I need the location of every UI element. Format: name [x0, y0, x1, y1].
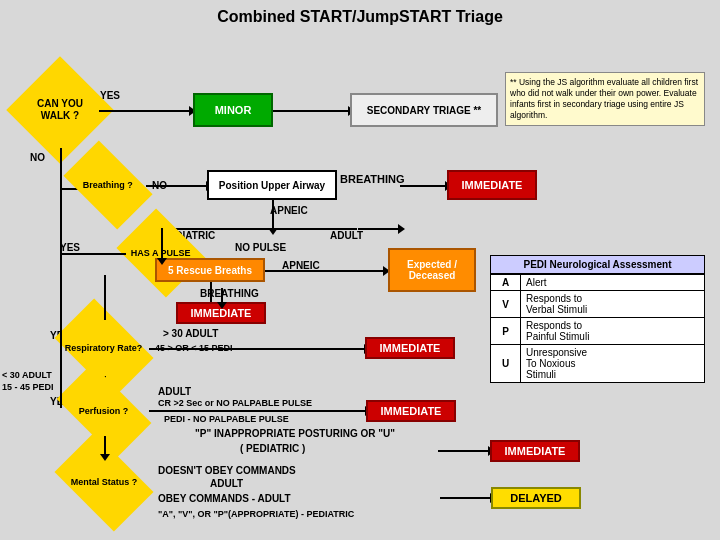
- secondary-triage-box: SECONDARY TRIAGE **: [350, 93, 498, 127]
- posturing-to-immediate5: [438, 450, 488, 452]
- resprate-to-immediate3: [149, 348, 364, 350]
- rescue-breaths-box: 5 Rescue Breaths: [155, 258, 265, 282]
- main-left-flow: [60, 148, 62, 408]
- pedi-neuro-data: A Alert V Responds toVerbal Stimuli P Re…: [490, 274, 705, 383]
- pedi-no-pulse-label: PEDI - NO PALPABLE PULSE: [164, 414, 289, 424]
- pediatric-left-line: [162, 228, 274, 230]
- no1-label: NO: [30, 152, 45, 163]
- has-pulse-yes-h: [60, 253, 126, 255]
- doesnt-obey-label: DOESN'T OBEY COMMANDS: [158, 465, 296, 476]
- pediatric2-label: ( PEDIATRIC ): [240, 443, 305, 454]
- breathing-diamond: Breathing ?: [63, 140, 152, 229]
- breathing-to-immediate: [400, 185, 445, 187]
- pulse-yes-to-rescue: [161, 228, 163, 258]
- can-you-walk-label: CAN YOU WALK ?: [22, 98, 98, 122]
- adult-right-line: [272, 228, 357, 230]
- minor-box: MINOR: [193, 93, 273, 127]
- yes2-label: YES: [60, 242, 80, 253]
- adult2-label: ADULT: [210, 478, 243, 489]
- to-immediate2: [221, 288, 223, 302]
- gt30-adult-label: > 30 ADULT: [163, 328, 218, 339]
- position-upper-airway-box: Position Upper Airway: [207, 170, 337, 200]
- perfusion-to-immediate4: [149, 410, 365, 412]
- walk-to-minor-arrow: [99, 110, 189, 112]
- expected-deceased-box: Expected / Deceased: [388, 248, 476, 292]
- breathing-text: BREATHING: [340, 173, 405, 185]
- apneic-arrow-down: [272, 200, 274, 228]
- adult-to-expected: [358, 228, 398, 230]
- immediate2-to-resprate: [104, 275, 106, 320]
- resp-rate-label: Respiratory Rate?: [65, 343, 143, 354]
- delayed-box: DELAYED: [491, 487, 581, 509]
- adult-label: ADULT: [330, 230, 363, 241]
- page-title: Combined START/JumpSTART Triage: [0, 0, 720, 30]
- rescue-apneic-arrow: [265, 270, 383, 272]
- obey-to-delayed: [440, 497, 490, 499]
- immediate4-box: IMMEDIATE: [366, 400, 456, 422]
- lt30-adult-label: < 30 ADULT: [2, 370, 52, 380]
- pedi-neuro-table: PEDI Neurological Assessment A Alert V R…: [490, 255, 705, 383]
- adult-cr-label: ADULT: [158, 386, 191, 397]
- breathing2-label: BREATHING: [200, 288, 259, 299]
- breathing-label: Breathing ?: [83, 180, 133, 191]
- posturing-label: "P" INAPPROPRIATE POSTURING OR "U": [155, 428, 435, 439]
- resp-to-perf-v: [60, 376, 62, 386]
- immediate3-box: IMMEDIATE: [365, 337, 455, 359]
- avpu-label: "A", "V", OR "P"(APPROPRIATE) - PEDIATRI…: [158, 509, 354, 519]
- immediate1-box: IMMEDIATE: [447, 170, 537, 200]
- yes1-label: YES: [100, 90, 120, 101]
- minor-to-secondary-arrow: [273, 110, 348, 112]
- no-pulse-label: NO PULSE: [235, 242, 286, 253]
- cr-label: CR >2 Sec or NO PALPABLE PULSE: [158, 398, 312, 408]
- apneic-label: APNEIC: [270, 205, 308, 216]
- immediate5-box: IMMEDIATE: [490, 440, 580, 462]
- perfusion-label: Perfusion ?: [79, 406, 129, 417]
- note-box: ** Using the JS algorithm evaluate all c…: [505, 72, 705, 126]
- mental-status-label: Mental Status ?: [71, 477, 138, 488]
- obey-label: OBEY COMMANDS - ADULT: [158, 493, 291, 504]
- pedi-neuro-title: PEDI Neurological Assessment: [490, 255, 705, 274]
- pedi15-label: 15 - 45 PEDI: [2, 382, 54, 392]
- breathing-no-arrow: [146, 185, 206, 187]
- rescue-to-breathing2: [210, 282, 212, 302]
- diagram-area: CAN YOU WALK ? YES MINOR SECONDARY TRIAG…: [0, 30, 720, 540]
- perfusion-to-mental: [104, 436, 106, 454]
